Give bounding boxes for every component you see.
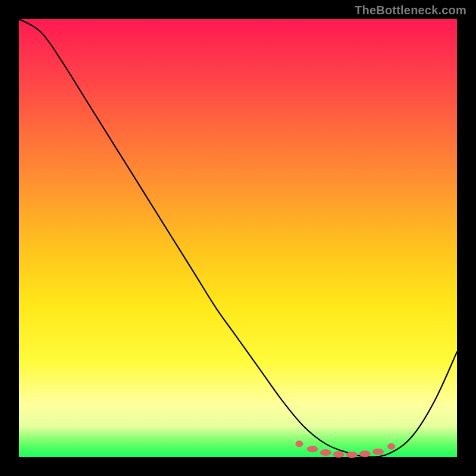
bottleneck-curve: [19, 19, 457, 457]
optimal-dot: [373, 449, 384, 455]
watermark-text: TheBottleneck.com: [355, 4, 466, 17]
bottleneck-curve-svg: [19, 19, 457, 457]
optimal-dot: [388, 443, 395, 449]
optimal-dot: [359, 451, 370, 457]
optimal-dot: [307, 446, 318, 452]
optimal-dot: [296, 441, 303, 447]
optimal-region-dots: [296, 441, 395, 458]
optimal-dot: [333, 452, 344, 458]
optimal-dot: [346, 452, 357, 458]
chart-frame: TheBottleneck.com: [0, 0, 476, 476]
optimal-dot: [320, 450, 331, 456]
plot-area: [19, 19, 457, 457]
